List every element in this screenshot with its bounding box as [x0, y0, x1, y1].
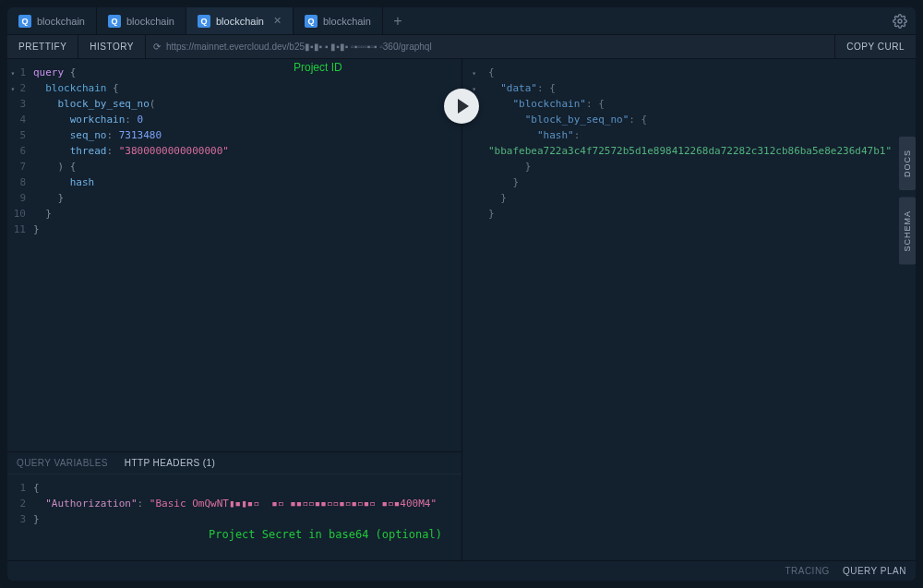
graphql-playground-window: QblockchainQblockchainQblockchain✕Qblock… [7, 7, 916, 581]
code-line[interactable]: block_by_seq_no( [33, 96, 462, 112]
endpoint-url-input[interactable]: ⟳ https://mainnet.evercloud.dev/b25▮▪▮▪ … [146, 35, 834, 58]
line-number: 3 [7, 511, 26, 527]
query-pane: 1234567891011 query { blockchain { block… [7, 59, 462, 560]
line-number [462, 159, 481, 174]
tab-label: blockchain [126, 16, 174, 27]
code-line[interactable]: ) { [33, 159, 462, 174]
query-badge-icon: Q [198, 15, 210, 28]
toolbar: PRETTIFY HISTORY ⟳ https://mainnet.everc… [7, 35, 916, 59]
code-line[interactable]: hash [33, 174, 462, 190]
code-line[interactable]: } [33, 511, 462, 527]
query-plan-toggle[interactable]: QUERY PLAN [843, 566, 906, 576]
line-number: 8 [7, 174, 26, 190]
line-number [462, 174, 481, 190]
svg-point-0 [898, 19, 902, 23]
query-badge-icon: Q [108, 15, 121, 28]
code-line[interactable]: } [488, 190, 916, 206]
execute-query-button[interactable] [444, 89, 479, 124]
code-line[interactable]: thread: "3800000000000000" [33, 143, 462, 159]
main-split: 1234567891011 query { blockchain { block… [7, 59, 916, 560]
line-number [462, 190, 481, 206]
line-number [462, 127, 481, 143]
result-viewer[interactable]: { "data": { "blockchain": { "block_by_se… [462, 59, 916, 222]
tab-query-variables[interactable]: QUERY VARIABLES [17, 458, 108, 468]
line-number: 1 [7, 65, 26, 80]
endpoint-url-text: https://mainnet.evercloud.dev/b25▮▪▮▪ ▪ … [166, 42, 432, 52]
query-badge-icon: Q [18, 15, 31, 28]
settings-gear-icon[interactable] [884, 7, 916, 34]
code-line[interactable]: "Authorization": "Basic OmQwNT▮▪▮▪▫ ▪▫ ▪… [33, 496, 462, 511]
code-line[interactable]: } [488, 206, 916, 222]
code-line[interactable]: } [33, 190, 462, 206]
headers-editor[interactable]: 123 { "Authorization": "Basic OmQwNT▮▪▮▪… [7, 474, 462, 560]
code-line[interactable]: "data": { [488, 80, 916, 96]
line-number: 5 [7, 127, 26, 143]
prettify-button[interactable]: PRETTIFY [7, 35, 78, 58]
tab-bar: QblockchainQblockchainQblockchain✕Qblock… [7, 7, 916, 35]
code-line[interactable]: } [488, 159, 916, 174]
query-editor[interactable]: 1234567891011 query { blockchain { block… [7, 59, 462, 451]
footer-bar: TRACING QUERY PLAN [7, 560, 916, 581]
side-rail: DOCS SCHEMA [899, 137, 916, 265]
tab-http-headers[interactable]: HTTP HEADERS (1) [125, 458, 215, 468]
code-line[interactable]: "blockchain": { [488, 96, 916, 112]
bottom-panel: QUERY VARIABLES HTTP HEADERS (1) 123 { "… [7, 451, 462, 560]
add-tab-button[interactable]: + [383, 7, 413, 34]
history-button[interactable]: HISTORY [78, 35, 146, 58]
code-line[interactable]: } [488, 174, 916, 190]
code-line[interactable]: blockchain { [33, 80, 462, 96]
reload-icon[interactable]: ⟳ [153, 42, 161, 52]
line-number: 10 [7, 206, 26, 222]
annotation-project-secret: Project Secret in base64 (optional) [33, 527, 462, 543]
bottom-tabs: QUERY VARIABLES HTTP HEADERS (1) [7, 452, 462, 474]
tab-blockchain[interactable]: Qblockchain✕ [186, 7, 294, 34]
tab-blockchain[interactable]: Qblockchain [7, 7, 97, 34]
line-number [462, 143, 481, 159]
tab-blockchain[interactable]: Qblockchain [294, 7, 383, 34]
query-badge-icon: Q [305, 15, 318, 28]
line-number: 11 [7, 222, 26, 237]
code-line[interactable]: query { [33, 65, 462, 80]
line-number: 6 [7, 143, 26, 159]
line-number [462, 206, 481, 222]
line-number: 2 [7, 80, 26, 96]
code-line[interactable]: workchain: 0 [33, 112, 462, 127]
line-number: 7 [7, 159, 26, 174]
line-number [462, 65, 481, 80]
code-line[interactable]: "block_by_seq_no": { [488, 112, 916, 127]
close-icon[interactable]: ✕ [273, 15, 282, 27]
code-line[interactable]: } [33, 222, 462, 237]
docs-tab[interactable]: DOCS [899, 137, 916, 190]
tab-label: blockchain [323, 16, 371, 27]
tab-label: blockchain [216, 16, 264, 27]
line-number: 2 [7, 496, 26, 511]
code-line[interactable]: "bbafebea722a3c4f72572b5d1e898412268da72… [488, 143, 916, 159]
code-line[interactable]: "hash": [488, 127, 916, 143]
tab-label: blockchain [37, 16, 85, 27]
copy-curl-button[interactable]: COPY CURL [834, 35, 916, 58]
code-line[interactable]: { [488, 65, 916, 80]
tracing-toggle[interactable]: TRACING [785, 566, 830, 576]
code-line[interactable]: seq_no: 7313480 [33, 127, 462, 143]
line-number: 9 [7, 190, 26, 206]
result-pane: { "data": { "blockchain": { "block_by_se… [462, 59, 916, 560]
tab-blockchain[interactable]: Qblockchain [97, 7, 186, 34]
schema-tab[interactable]: SCHEMA [899, 198, 916, 265]
line-number: 4 [7, 112, 26, 127]
code-line[interactable]: { [33, 480, 462, 496]
line-number: 1 [7, 480, 26, 496]
line-number: 3 [7, 96, 26, 112]
code-line[interactable]: } [33, 206, 462, 222]
